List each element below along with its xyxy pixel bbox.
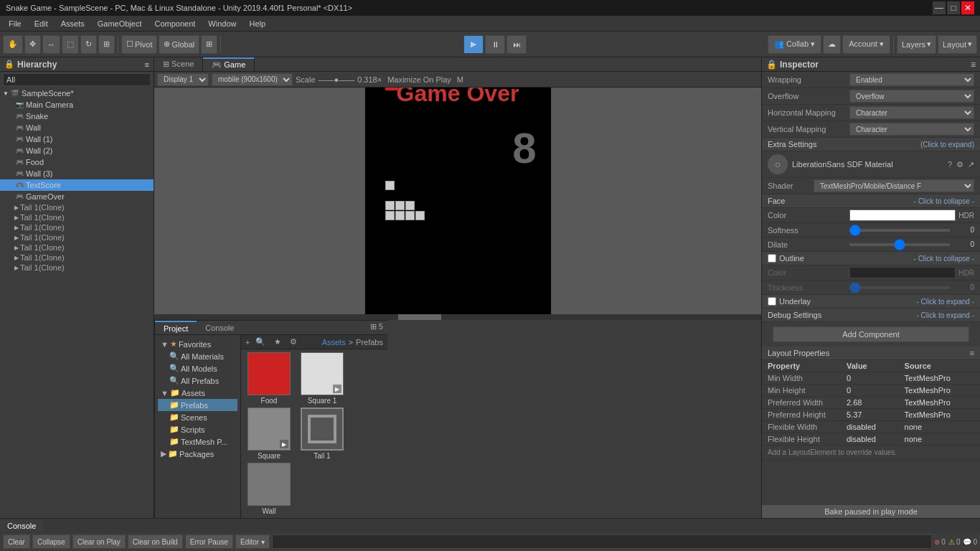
tree-favorites[interactable]: ▼ ★ Favorites	[158, 338, 237, 350]
shader-select[interactable]: TextMeshPro/Mobile/Distance F	[814, 179, 974, 192]
hierarchy-item-wall2[interactable]: 🎮Wall (2)	[0, 145, 154, 156]
collapse-button[interactable]: Collapse	[32, 534, 70, 549]
grid-button[interactable]: ⊞	[201, 35, 217, 54]
material-open-icon[interactable]: ↗	[968, 160, 974, 169]
step-button[interactable]: ⏭	[507, 35, 527, 54]
hierarchy-item-food[interactable]: 🎮Food	[0, 156, 154, 168]
outline-checkbox[interactable]	[768, 254, 776, 263]
tool-hand[interactable]: ✋	[3, 35, 23, 54]
color-value[interactable]: HDR	[849, 209, 974, 221]
outline-color-swatch[interactable]	[849, 267, 956, 278]
breadcrumb-assets[interactable]: Assets	[322, 338, 346, 347]
material-help-icon[interactable]: ?	[948, 160, 952, 169]
hierarchy-item-snake[interactable]: 🎮Snake	[0, 110, 154, 122]
tree-assets[interactable]: ▼ 📁 Assets	[158, 387, 237, 399]
tree-scenes[interactable]: 📁 Scenes	[158, 411, 237, 423]
tree-all-materials[interactable]: 🔍 All Materials	[158, 350, 237, 362]
thickness-slider[interactable]	[849, 286, 950, 289]
breadcrumb-add[interactable]: +	[245, 338, 250, 347]
play-button[interactable]: ▶	[463, 35, 484, 54]
scrollbar-thumb[interactable]	[398, 314, 441, 320]
layout-properties-menu[interactable]: ≡	[970, 349, 974, 357]
hierarchy-lock-icon[interactable]: 🔒	[4, 60, 14, 69]
viewport-scrollbar[interactable]	[154, 314, 761, 320]
close-button[interactable]: ✕	[961, 1, 974, 14]
error-pause-button[interactable]: Error Pause	[185, 534, 233, 549]
menu-assets[interactable]: Assets	[55, 18, 90, 29]
hierarchy-item-wall[interactable]: 🎮Wall	[0, 122, 154, 133]
add-component-button[interactable]: Add Component	[773, 326, 969, 342]
cloud-button[interactable]: ☁	[823, 35, 841, 54]
clear-button[interactable]: Clear	[3, 534, 30, 549]
hierarchy-item-wall1[interactable]: 🎮Wall (1)	[0, 133, 154, 145]
hierarchy-item-tail6[interactable]: ▶Tail 1(Clone)	[0, 253, 154, 263]
tab-game[interactable]: 🎮 Game	[203, 57, 255, 71]
inspector-lock-icon[interactable]: 🔒	[766, 60, 777, 70]
hierarchy-item-textscore[interactable]: 🎮TextScore	[0, 179, 154, 191]
layers-dropdown[interactable]: Layers ▾	[897, 35, 936, 54]
face-section[interactable]: Face - Click to collapse -	[762, 194, 980, 208]
tool-move[interactable]: ✥	[24, 35, 41, 54]
tool-transform[interactable]: ⊞	[98, 35, 115, 54]
hierarchy-item-gameover[interactable]: 🎮GameOver	[0, 191, 154, 202]
hierarchy-item-tail1[interactable]: ▶Tail 1(Clone)	[0, 202, 154, 212]
overflow-select[interactable]: Overflow	[849, 90, 974, 103]
softness-slider[interactable]	[849, 229, 950, 232]
menu-edit[interactable]: Edit	[29, 18, 54, 29]
asset-square1[interactable]: ▶ Square 1	[297, 352, 347, 405]
asset-tail[interactable]: Tail 1	[297, 408, 347, 460]
tree-all-prefabs[interactable]: 🔍 All Prefabs	[158, 375, 237, 387]
display-select[interactable]: Display 1	[157, 73, 209, 86]
asset-wall[interactable]: Wall	[244, 463, 294, 515]
hierarchy-item-tail3[interactable]: ▶Tail 1(Clone)	[0, 222, 154, 232]
menu-component[interactable]: Component	[149, 18, 201, 29]
editor-button[interactable]: Editor ▾	[235, 534, 270, 549]
hierarchy-item-wall3[interactable]: 🎮Wall (3)	[0, 168, 154, 179]
tool-scale[interactable]: ⬚	[62, 35, 79, 54]
tree-textmesh[interactable]: 📁 TextMesh P...	[158, 435, 237, 448]
clear-on-play-button[interactable]: Clear on Play	[72, 534, 126, 549]
asset-food[interactable]: Food	[244, 352, 294, 405]
tab-console-project[interactable]: Console	[197, 321, 242, 334]
dilate-slider[interactable]	[849, 243, 950, 246]
extra-settings-section[interactable]: Extra Settings (Click to expand)	[762, 138, 980, 151]
clear-on-build-button[interactable]: Clear on Build	[128, 534, 183, 549]
global-button[interactable]: ⊕ Global	[159, 35, 199, 54]
minimize-button[interactable]: —	[933, 1, 946, 14]
hierarchy-item-tail4[interactable]: ▶Tail 1(Clone)	[0, 232, 154, 242]
horizontal-mapping-select[interactable]: Character	[849, 106, 974, 119]
resolution-select[interactable]: mobile (900x1600)	[212, 73, 293, 86]
outline-section[interactable]: Outline - Click to collapse -	[762, 252, 980, 265]
scale-slider[interactable]: ——●——	[319, 75, 355, 84]
inspector-menu-icon[interactable]: ≡	[971, 60, 976, 70]
console-search[interactable]	[272, 534, 932, 549]
menu-file[interactable]: File	[3, 18, 27, 29]
material-settings-icon[interactable]: ⚙	[956, 160, 963, 169]
tree-prefabs[interactable]: 📁 Prefabs	[158, 399, 237, 411]
menu-help[interactable]: Help	[243, 18, 271, 29]
pivot-button[interactable]: ☐ Pivot	[121, 35, 157, 54]
project-panel-menu[interactable]: ⊞ 5	[366, 321, 387, 334]
tree-packages[interactable]: ▶ 📁 Packages	[158, 448, 237, 460]
vertical-mapping-select[interactable]: Character	[849, 123, 974, 136]
hierarchy-item-tail5[interactable]: ▶Tail 1(Clone)	[0, 242, 154, 253]
menu-window[interactable]: Window	[202, 18, 242, 29]
hierarchy-item-tail7[interactable]: ▶Tail 1(Clone)	[0, 263, 154, 273]
hierarchy-item-tail2[interactable]: ▶Tail 1(Clone)	[0, 212, 154, 222]
tool-rotate[interactable]: ↔	[42, 35, 60, 54]
tree-all-models[interactable]: 🔍 All Models	[158, 362, 237, 375]
tab-scene[interactable]: ⊞ Scene	[154, 57, 203, 71]
wrapping-select[interactable]: Enabled	[849, 73, 974, 86]
asset-square[interactable]: ▶ Square	[244, 408, 294, 460]
hierarchy-item-samplescene[interactable]: ▼ 🎬 SampleScene*	[0, 88, 154, 99]
tool-rect[interactable]: ↻	[80, 35, 97, 54]
layout-dropdown[interactable]: Layout ▾	[938, 35, 977, 54]
collab-button[interactable]: 👥 Collab ▾	[768, 35, 821, 54]
mute-button[interactable]: M	[457, 75, 463, 84]
account-button[interactable]: Account ▾	[842, 35, 890, 54]
maximize-button[interactable]: □	[947, 1, 960, 14]
pause-button[interactable]: ⏸	[485, 35, 505, 54]
hierarchy-search[interactable]	[3, 73, 151, 86]
outline-color-value[interactable]: HDR	[849, 267, 974, 278]
maximize-on-play[interactable]: Maximize On Play	[387, 75, 451, 84]
